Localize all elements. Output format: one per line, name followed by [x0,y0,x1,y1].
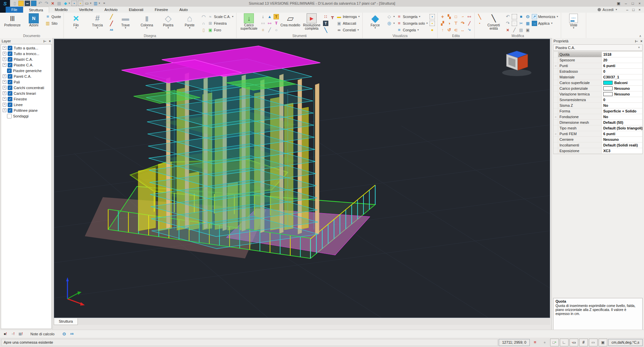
ribbon-button-dome[interactable]: ◠ [201,13,206,20]
ribbon-button-finestra[interactable]: ⊞Finestra [208,20,234,27]
ribbon-button-bench[interactable]: ┳ [330,13,335,20]
expand-icon[interactable]: + [3,57,6,61]
layer-checkbox[interactable]: ✓ [8,80,12,84]
ribbon-button-esq[interactable]: ▚ [447,13,452,20]
property-row-carico-potenziale[interactable]: Carico potenzialeNessuno [553,86,642,91]
layer-checkbox[interactable]: ✓ [8,97,12,101]
property-value[interactable]: Default (50) [602,120,642,125]
tab-aiuto[interactable]: Aiuto [174,7,193,13]
tab-archivio[interactable]: Archivio [99,7,123,13]
tab-file[interactable]: File [6,7,23,13]
ribbon-button-erot2[interactable]: ↷ [460,20,465,27]
property-value[interactable]: No [602,103,642,108]
ribbon-button-camera[interactable]: ▣ [525,27,530,33]
ribbon-button-interroga[interactable]: ▬Interroga▼ [336,13,360,20]
ribbon-button-preferenze[interactable]: |||Preferenze [2,13,22,33]
layer-item-linee[interactable]: +✓Linee [1,102,51,107]
pin-icon[interactable]: ⊥ [635,40,638,43]
mdi-restore-icon[interactable]: □ [632,8,635,12]
property-row-punti[interactable]: >Punti6 punti [553,63,642,69]
layer-checkbox[interactable]: ✓ [8,74,12,79]
report-button[interactable]: ▤! [18,331,23,337]
ribbon-button-emirror[interactable]: ◑ [447,20,452,27]
ribbon-button-cut[interactable]: ✂ [518,20,524,27]
layer-checkbox[interactable]: ✓ [8,91,12,96]
ribbon-button-tdark[interactable]: T [323,20,328,27]
ribbon-button-applica[interactable]: →Applica▼ [532,20,558,27]
restore-icon[interactable]: □ [632,1,634,6]
ribbon-button-traccia[interactable]: #Traccia▼ [88,13,108,33]
qat-newdoc[interactable]: ▯ [12,1,17,6]
layer-item-polilinee-piane[interactable]: +✓Polilinee piane [1,107,51,113]
qat-folderblue[interactable] [31,1,36,6]
ribbon-button-elasso[interactable]: □ [453,13,459,20]
close-icon[interactable]: × [639,1,641,6]
status-toggle-srect[interactable]: ▪▭ [570,339,578,346]
qat-print[interactable]: ▤ [56,1,62,6]
property-value[interactable]: 0 [602,69,642,74]
property-value[interactable]: 6 punti [602,131,642,136]
ribbon-button-lamp[interactable]: ∩ [201,20,206,27]
ribbon-button-scongela[interactable]: ≡Scongela▼ [396,13,428,20]
property-value[interactable]: XC3 [602,148,642,153]
ribbon-button-cone[interactable]: ▲ [267,13,272,20]
property-value[interactable]: 0 [602,97,642,102]
close-panel-icon[interactable]: × [640,39,642,43]
ribbon-button-ecorn[interactable]: ▞ [440,20,445,27]
layer-item-pareti-c-a[interactable]: +✓Pareti C.A. [1,73,51,79]
layer-item-carichi-concentrati[interactable]: +✓Carichi concentrati [1,85,51,90]
layer-checkbox[interactable]: ✓ [8,51,12,56]
expand-icon[interactable]: + [3,80,6,84]
ribbon-button-foro[interactable]: ▣Foro [208,27,234,33]
ribbon-button-paste[interactable]: ▤ [518,27,524,33]
layer-item-tutto-a-quota[interactable]: +✓Tutto a quota... [1,45,51,51]
mdi-close-icon[interactable]: × [639,8,641,12]
ribbon-button-redo2[interactable]: ↷ [505,20,510,27]
layer-checkbox[interactable]: ✓ [8,108,12,113]
status-toggle-sselg[interactable]: □+ [550,339,559,346]
ribbon-button-sqarrow[interactable]: ▪ [477,20,482,27]
ribbon-button-doortan[interactable]: ▯ [201,27,206,33]
ribbon-button-lens[interactable]: ⊙ [525,13,530,20]
ribbon-button-azioni[interactable]: NAzioni [24,13,44,33]
ribbon-button-trave[interactable]: ▬Trave▼ [116,13,136,33]
minimize-icon[interactable]: – [625,1,627,6]
ribbon-button-pencil1[interactable]: ╱ [109,13,114,20]
ribbon-button-ealign[interactable]: ↑ [440,27,445,33]
status-toggle-sbulb[interactable]: ● [540,339,549,346]
property-row-fondazione[interactable]: >FondazioneNo [553,114,642,120]
property-value[interactable]: Nessuno [602,137,642,142]
ribbon-button-broomor[interactable]: ╲ [477,13,482,20]
ribbon-button-facce[interactable]: ◆Facce▼ [365,13,385,33]
expand-icon[interactable]: + [3,108,6,112]
layer-item-piastre-c-a[interactable]: +✓Piastre C.A. [1,62,51,68]
ribbon-button-sito[interactable]: ▥Sito [45,20,61,27]
row-expander[interactable]: > [553,131,558,136]
layer-checkbox[interactable]: ✓ [8,57,12,62]
annotate-button[interactable]: AB [69,331,74,337]
layer-checkbox[interactable]: ✓ [8,63,12,67]
expand-icon[interactable]: + [3,103,6,106]
mdi-minimize-icon[interactable]: – [626,8,628,12]
property-row-sisma-z[interactable]: Sisma ZNo [553,103,642,108]
property-row-incollamenti[interactable]: IncollamentiDefault (Solidi reali) [553,142,642,148]
property-value[interactable]: 6 punti [602,63,642,68]
layer-checkbox[interactable] [7,114,12,118]
ribbon-button-adown[interactable]: ↓ [260,13,266,20]
ribbon-button-converti-entit[interactable]: ╲Converti entità [484,13,504,33]
ribbon-button-carico-superficiale[interactable]: ↓Carico superficiale [239,13,259,33]
ribbon-button-pencil2[interactable]: ╱ [109,20,114,27]
ribbon-button-delred[interactable]: × [505,27,510,33]
ribbon-button-blueround[interactable]: ■ [518,13,524,20]
layer-checkbox[interactable]: ✓ [8,102,12,107]
layer-checkbox[interactable]: ✓ [8,85,12,90]
layer-item-carichi-lineari[interactable]: +✓Carichi lineari [1,90,51,96]
account-button[interactable]: Accedi ▼ [598,7,626,13]
ribbon-button-eoffs[interactable]: ⊂ [453,27,459,33]
ribbon-button-quote[interactable]: ≡Quote [45,13,61,20]
qat-selyellow[interactable]: ● [78,1,83,6]
tab-elaborati[interactable]: Elaborati [123,7,149,13]
status-toggle-sangle[interactable]: ∟ [560,339,569,346]
tab-modello[interactable]: Modello [49,7,73,13]
ribbon-button-broomblue[interactable]: ╲ [323,27,328,33]
